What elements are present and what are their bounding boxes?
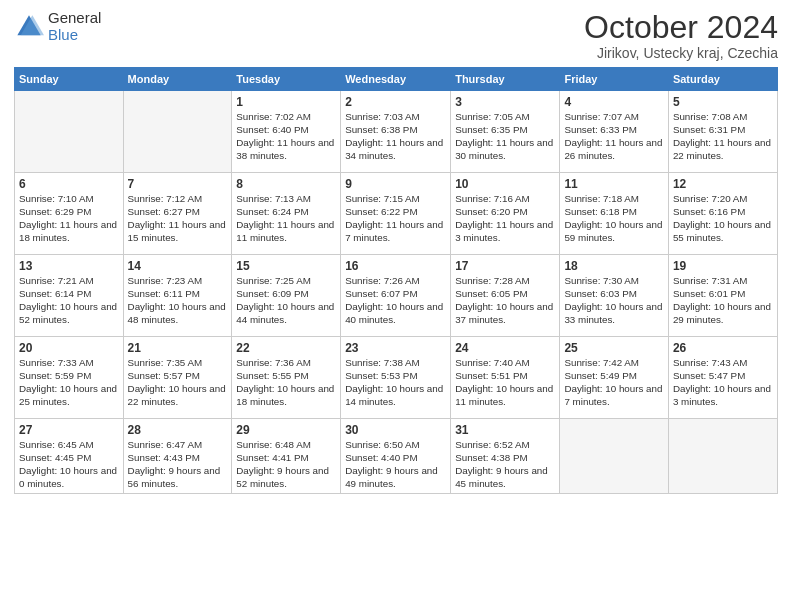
calendar-header-row: Sunday Monday Tuesday Wednesday Thursday… xyxy=(15,68,778,91)
calendar-week-3: 13Sunrise: 7:21 AM Sunset: 6:14 PM Dayli… xyxy=(15,255,778,337)
day-number: 7 xyxy=(128,176,228,192)
day-info: Sunrise: 7:35 AM Sunset: 5:57 PM Dayligh… xyxy=(128,357,228,408)
day-number: 3 xyxy=(455,94,555,110)
day-info: Sunrise: 7:13 AM Sunset: 6:24 PM Dayligh… xyxy=(236,193,336,244)
day-number: 27 xyxy=(19,422,119,438)
day-number: 1 xyxy=(236,94,336,110)
logo-line2: Blue xyxy=(48,27,101,44)
day-info: Sunrise: 7:03 AM Sunset: 6:38 PM Dayligh… xyxy=(345,111,446,162)
month-title: October 2024 xyxy=(584,10,778,45)
day-number: 17 xyxy=(455,258,555,274)
day-number: 18 xyxy=(564,258,663,274)
day-number: 23 xyxy=(345,340,446,356)
day-info: Sunrise: 6:50 AM Sunset: 4:40 PM Dayligh… xyxy=(345,439,446,490)
day-number: 2 xyxy=(345,94,446,110)
day-info: Sunrise: 7:42 AM Sunset: 5:49 PM Dayligh… xyxy=(564,357,663,408)
day-number: 12 xyxy=(673,176,773,192)
header: General Blue October 2024 Jirikov, Ustec… xyxy=(14,10,778,61)
calendar-table: Sunday Monday Tuesday Wednesday Thursday… xyxy=(14,67,778,494)
calendar-cell: 14Sunrise: 7:23 AM Sunset: 6:11 PM Dayli… xyxy=(123,255,232,337)
calendar-cell: 15Sunrise: 7:25 AM Sunset: 6:09 PM Dayli… xyxy=(232,255,341,337)
calendar-cell: 27Sunrise: 6:45 AM Sunset: 4:45 PM Dayli… xyxy=(15,419,124,494)
day-info: Sunrise: 7:38 AM Sunset: 5:53 PM Dayligh… xyxy=(345,357,446,408)
calendar-cell: 12Sunrise: 7:20 AM Sunset: 6:16 PM Dayli… xyxy=(668,173,777,255)
day-number: 31 xyxy=(455,422,555,438)
day-number: 29 xyxy=(236,422,336,438)
col-wednesday: Wednesday xyxy=(341,68,451,91)
day-number: 14 xyxy=(128,258,228,274)
calendar-cell: 20Sunrise: 7:33 AM Sunset: 5:59 PM Dayli… xyxy=(15,337,124,419)
day-number: 5 xyxy=(673,94,773,110)
calendar-cell: 2Sunrise: 7:03 AM Sunset: 6:38 PM Daylig… xyxy=(341,91,451,173)
day-number: 6 xyxy=(19,176,119,192)
logo: General Blue xyxy=(14,10,101,43)
calendar-cell: 26Sunrise: 7:43 AM Sunset: 5:47 PM Dayli… xyxy=(668,337,777,419)
day-info: Sunrise: 7:33 AM Sunset: 5:59 PM Dayligh… xyxy=(19,357,119,408)
col-tuesday: Tuesday xyxy=(232,68,341,91)
day-info: Sunrise: 7:30 AM Sunset: 6:03 PM Dayligh… xyxy=(564,275,663,326)
col-thursday: Thursday xyxy=(451,68,560,91)
day-info: Sunrise: 7:21 AM Sunset: 6:14 PM Dayligh… xyxy=(19,275,119,326)
day-number: 10 xyxy=(455,176,555,192)
day-info: Sunrise: 7:16 AM Sunset: 6:20 PM Dayligh… xyxy=(455,193,555,244)
calendar-week-4: 20Sunrise: 7:33 AM Sunset: 5:59 PM Dayli… xyxy=(15,337,778,419)
day-info: Sunrise: 7:26 AM Sunset: 6:07 PM Dayligh… xyxy=(345,275,446,326)
day-info: Sunrise: 7:25 AM Sunset: 6:09 PM Dayligh… xyxy=(236,275,336,326)
calendar-week-2: 6Sunrise: 7:10 AM Sunset: 6:29 PM Daylig… xyxy=(15,173,778,255)
day-number: 28 xyxy=(128,422,228,438)
day-number: 25 xyxy=(564,340,663,356)
calendar-cell: 17Sunrise: 7:28 AM Sunset: 6:05 PM Dayli… xyxy=(451,255,560,337)
calendar-cell: 8Sunrise: 7:13 AM Sunset: 6:24 PM Daylig… xyxy=(232,173,341,255)
day-number: 15 xyxy=(236,258,336,274)
calendar-cell: 22Sunrise: 7:36 AM Sunset: 5:55 PM Dayli… xyxy=(232,337,341,419)
calendar-cell: 3Sunrise: 7:05 AM Sunset: 6:35 PM Daylig… xyxy=(451,91,560,173)
calendar-cell xyxy=(560,419,668,494)
calendar-cell: 19Sunrise: 7:31 AM Sunset: 6:01 PM Dayli… xyxy=(668,255,777,337)
day-number: 8 xyxy=(236,176,336,192)
calendar-cell: 4Sunrise: 7:07 AM Sunset: 6:33 PM Daylig… xyxy=(560,91,668,173)
day-info: Sunrise: 6:52 AM Sunset: 4:38 PM Dayligh… xyxy=(455,439,555,490)
day-info: Sunrise: 7:23 AM Sunset: 6:11 PM Dayligh… xyxy=(128,275,228,326)
calendar-cell: 5Sunrise: 7:08 AM Sunset: 6:31 PM Daylig… xyxy=(668,91,777,173)
calendar-cell: 13Sunrise: 7:21 AM Sunset: 6:14 PM Dayli… xyxy=(15,255,124,337)
day-info: Sunrise: 7:18 AM Sunset: 6:18 PM Dayligh… xyxy=(564,193,663,244)
calendar-cell: 28Sunrise: 6:47 AM Sunset: 4:43 PM Dayli… xyxy=(123,419,232,494)
day-number: 24 xyxy=(455,340,555,356)
calendar-cell: 29Sunrise: 6:48 AM Sunset: 4:41 PM Dayli… xyxy=(232,419,341,494)
day-number: 26 xyxy=(673,340,773,356)
calendar-body: 1Sunrise: 7:02 AM Sunset: 6:40 PM Daylig… xyxy=(15,91,778,494)
day-info: Sunrise: 7:36 AM Sunset: 5:55 PM Dayligh… xyxy=(236,357,336,408)
calendar-cell: 30Sunrise: 6:50 AM Sunset: 4:40 PM Dayli… xyxy=(341,419,451,494)
day-info: Sunrise: 7:31 AM Sunset: 6:01 PM Dayligh… xyxy=(673,275,773,326)
logo-icon xyxy=(14,12,44,42)
day-info: Sunrise: 6:45 AM Sunset: 4:45 PM Dayligh… xyxy=(19,439,119,490)
day-number: 16 xyxy=(345,258,446,274)
calendar-cell: 25Sunrise: 7:42 AM Sunset: 5:49 PM Dayli… xyxy=(560,337,668,419)
day-info: Sunrise: 7:10 AM Sunset: 6:29 PM Dayligh… xyxy=(19,193,119,244)
location: Jirikov, Ustecky kraj, Czechia xyxy=(584,45,778,61)
day-info: Sunrise: 7:07 AM Sunset: 6:33 PM Dayligh… xyxy=(564,111,663,162)
calendar-cell: 23Sunrise: 7:38 AM Sunset: 5:53 PM Dayli… xyxy=(341,337,451,419)
day-info: Sunrise: 7:43 AM Sunset: 5:47 PM Dayligh… xyxy=(673,357,773,408)
day-info: Sunrise: 6:48 AM Sunset: 4:41 PM Dayligh… xyxy=(236,439,336,490)
calendar-cell: 11Sunrise: 7:18 AM Sunset: 6:18 PM Dayli… xyxy=(560,173,668,255)
day-number: 19 xyxy=(673,258,773,274)
day-info: Sunrise: 7:08 AM Sunset: 6:31 PM Dayligh… xyxy=(673,111,773,162)
day-number: 9 xyxy=(345,176,446,192)
calendar-cell: 6Sunrise: 7:10 AM Sunset: 6:29 PM Daylig… xyxy=(15,173,124,255)
col-saturday: Saturday xyxy=(668,68,777,91)
calendar-cell: 16Sunrise: 7:26 AM Sunset: 6:07 PM Dayli… xyxy=(341,255,451,337)
day-number: 21 xyxy=(128,340,228,356)
calendar-cell: 9Sunrise: 7:15 AM Sunset: 6:22 PM Daylig… xyxy=(341,173,451,255)
day-info: Sunrise: 7:02 AM Sunset: 6:40 PM Dayligh… xyxy=(236,111,336,162)
calendar-week-5: 27Sunrise: 6:45 AM Sunset: 4:45 PM Dayli… xyxy=(15,419,778,494)
calendar-cell: 31Sunrise: 6:52 AM Sunset: 4:38 PM Dayli… xyxy=(451,419,560,494)
calendar-container: General Blue October 2024 Jirikov, Ustec… xyxy=(0,0,792,612)
day-number: 20 xyxy=(19,340,119,356)
title-section: October 2024 Jirikov, Ustecky kraj, Czec… xyxy=(584,10,778,61)
calendar-cell: 24Sunrise: 7:40 AM Sunset: 5:51 PM Dayli… xyxy=(451,337,560,419)
col-friday: Friday xyxy=(560,68,668,91)
logo-line1: General xyxy=(48,10,101,27)
col-monday: Monday xyxy=(123,68,232,91)
day-info: Sunrise: 7:28 AM Sunset: 6:05 PM Dayligh… xyxy=(455,275,555,326)
